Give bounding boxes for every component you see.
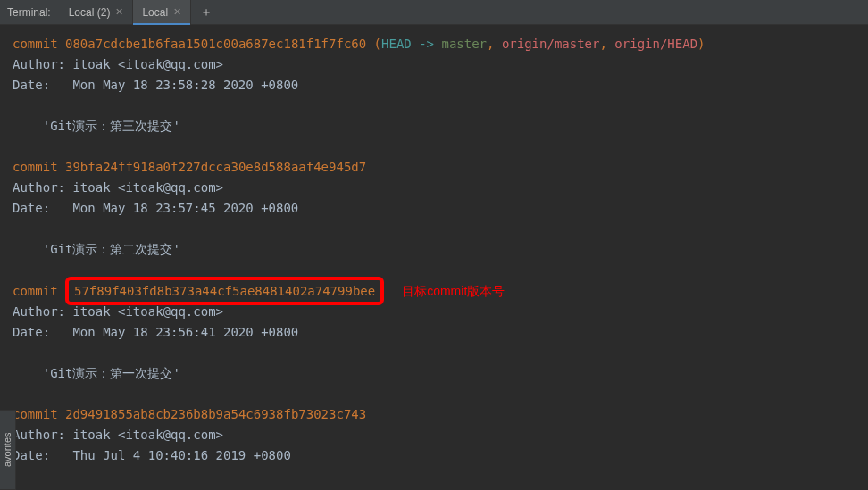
author-line: Author: itoak <itoak@qq.com> bbox=[13, 57, 223, 71]
commit-word: commit bbox=[13, 37, 65, 51]
author-line: Author: itoak <itoak@qq.com> bbox=[13, 180, 223, 195]
head-ref: HEAD -> bbox=[381, 37, 441, 51]
commit-word: commit bbox=[13, 160, 65, 174]
tab-label: Local bbox=[142, 6, 168, 19]
terminal-output[interactable]: commit 080a7cdcbe1b6faa1501c00a687ec181f… bbox=[0, 25, 868, 490]
annotation-label: 目标commit版本号 bbox=[402, 284, 505, 298]
date-line: Date: Mon May 18 23:56:41 2020 +0800 bbox=[13, 325, 298, 339]
author-line: Author: itoak <itoak@qq.com> bbox=[13, 428, 223, 442]
highlighted-commit-hash: 57f89f403fd8b373a44cf5ae8481402a74799bee bbox=[65, 277, 384, 305]
author-line: Author: itoak <itoak@qq.com> bbox=[13, 304, 223, 319]
date-line: Date: Mon May 18 23:57:45 2020 +0800 bbox=[13, 201, 298, 215]
terminal-tab-local2[interactable]: Local (2) ✕ bbox=[60, 0, 134, 24]
ref-open: ( bbox=[366, 37, 381, 51]
ref-close: ) bbox=[697, 37, 705, 51]
close-icon[interactable]: ✕ bbox=[115, 6, 123, 18]
terminal-tabbar: Terminal: Local (2) ✕ Local ✕ ＋ bbox=[0, 0, 868, 25]
favorites-label: avorites bbox=[2, 433, 13, 468]
terminal-label: Terminal: bbox=[7, 6, 51, 19]
new-tab-button[interactable]: ＋ bbox=[191, 4, 221, 21]
commit-hash: 080a7cdcbe1b6faa1501c00a687ec181f1f7fc60 bbox=[65, 37, 366, 51]
commit-word: commit bbox=[13, 284, 65, 298]
branch-ref: master bbox=[441, 37, 487, 51]
terminal-tab-local[interactable]: Local ✕ bbox=[133, 0, 191, 24]
commit-hash: 39bfa24ff918a0f227dcca30e8d588aaf4e945d7 bbox=[65, 160, 366, 174]
remote-ref: origin/master bbox=[502, 37, 600, 51]
tab-label: Local (2) bbox=[69, 6, 111, 19]
favorites-toolwindow-tab[interactable]: avorites bbox=[0, 410, 16, 490]
commit-hash: 57f89f403fd8b373a44cf5ae8481402a74799bee bbox=[74, 284, 375, 298]
commit-hash: 2d9491855ab8cb236b8b9a54c6938fb73023c743 bbox=[65, 407, 366, 421]
close-icon[interactable]: ✕ bbox=[173, 6, 181, 18]
commit-word: commit bbox=[13, 407, 65, 421]
date-line: Date: Thu Jul 4 10:40:16 2019 +0800 bbox=[13, 448, 291, 462]
commit-message: 'Git演示：第二次提交' bbox=[13, 242, 180, 256]
date-line: Date: Mon May 18 23:58:28 2020 +0800 bbox=[13, 78, 298, 92]
remote-ref: origin/HEAD bbox=[614, 37, 697, 51]
commit-message: 'Git演示：第三次提交' bbox=[13, 119, 180, 133]
commit-message: 'Git演示：第一次提交' bbox=[13, 366, 180, 380]
